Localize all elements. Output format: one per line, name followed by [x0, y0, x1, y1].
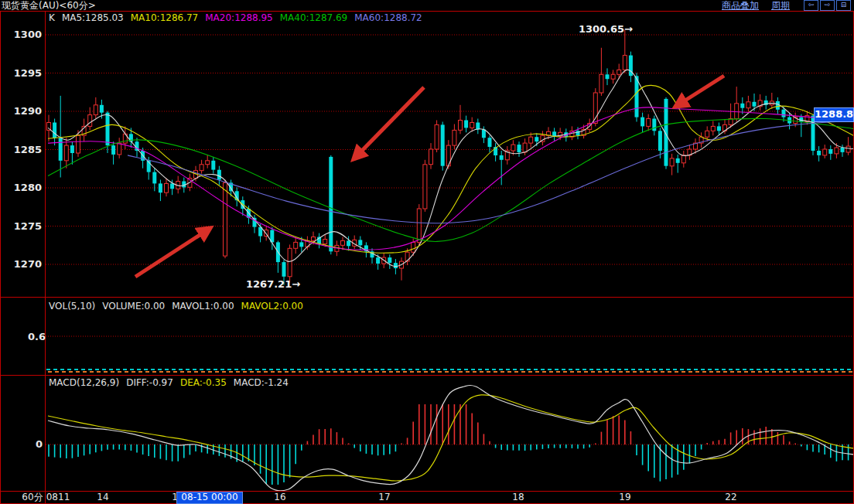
indicator-label: MAVOL2:0.00 — [241, 301, 303, 312]
high-annotation: 1300.65→ — [572, 24, 633, 35]
time-axis-label: 22 — [725, 492, 736, 503]
selected-time-tag: 08-15 00:00 — [176, 492, 243, 504]
indicator-label: DEA:-0.35 — [180, 377, 227, 388]
indicator-label: MACD:-1.24 — [234, 377, 289, 388]
volume-indicator-row: VOL(5,10)VOLUME:0.00MAVOL1:0.00MAVOL2:0.… — [49, 301, 310, 312]
trading-terminal-window: 现货黄金(AU)<60分> 商品叠加 周期 ⇦ ⇨ ⊟ KMA5:1285.03… — [0, 0, 854, 504]
kline-indicator-row: KMA5:1285.03MA10:1286.77MA20:1288.95MA40… — [49, 13, 429, 23]
macd-zero-label: 0 — [36, 438, 43, 450]
time-axis-label: 0811 — [46, 492, 70, 503]
indicator-label: MAVOL1:0.00 — [172, 301, 234, 312]
price-axis-label: 1280 — [0, 182, 42, 193]
period-axis-label: 60分 — [22, 492, 43, 503]
time-axis-label: 19 — [619, 492, 630, 503]
time-axis-label: 16 — [274, 492, 285, 503]
indicator-label: VOLUME:0.00 — [102, 301, 165, 312]
indicator-label: MA60:1288.72 — [354, 12, 422, 23]
indicator-label: MA10:1286.77 — [131, 12, 199, 23]
price-axis-label: 1295 — [0, 67, 42, 79]
time-axis-label: 18 — [512, 492, 524, 503]
time-axis-label: 14 — [97, 492, 108, 503]
indicator-label: K — [49, 12, 55, 23]
price-axis-label: 1300 — [0, 29, 42, 40]
price-axis-label: 1285 — [0, 144, 42, 155]
right-arrow-glyph: → — [292, 278, 300, 290]
indicator-label: MA20:1288.95 — [205, 12, 273, 23]
indicator-label: MA5:1285.03 — [62, 12, 124, 23]
macd-indicator-row: MACD(12,26,9)DIFF:-0.97DEA:-0.35MACD:-1.… — [49, 378, 295, 388]
price-axis-label: 1275 — [0, 220, 42, 232]
indicator-label: MACD(12,26,9) — [49, 377, 119, 388]
chart-canvas[interactable] — [0, 0, 854, 504]
indicator-label: VOL(5,10) — [49, 301, 95, 312]
time-axis-label: 17 — [378, 492, 390, 503]
last-price-tag: 1288.80 — [814, 107, 854, 122]
price-axis-label: 1270 — [0, 258, 42, 270]
volume-scale-label: 0.6 — [28, 331, 46, 342]
right-arrow-glyph: → — [624, 23, 633, 35]
indicator-label: MA40:1287.69 — [280, 12, 348, 23]
low-annotation: 1267.21→ — [246, 279, 300, 290]
indicator-label: DIFF:-0.97 — [126, 377, 173, 388]
price-axis-label: 1290 — [0, 105, 42, 117]
